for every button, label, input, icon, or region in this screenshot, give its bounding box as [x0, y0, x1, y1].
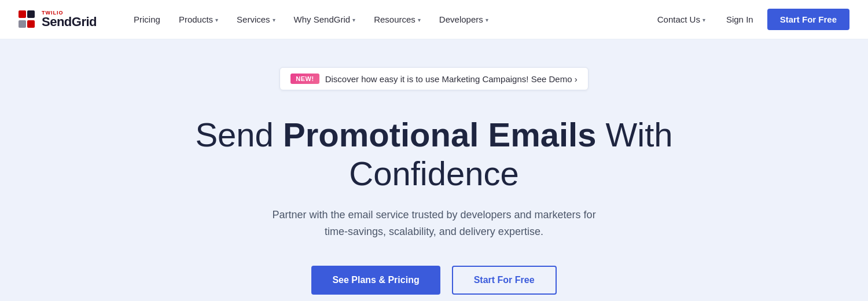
nav-pricing[interactable]: Pricing	[124, 10, 170, 29]
nav-right: Contact Us ▾ Sign In Start For Free	[650, 9, 849, 30]
nav-why[interactable]: Why SendGrid ▾	[285, 10, 365, 29]
hero-section: NEW! Discover how easy it is to use Mark…	[0, 39, 868, 301]
hero-banner[interactable]: NEW! Discover how easy it is to use Mark…	[279, 67, 588, 90]
nav-start-free-button[interactable]: Start For Free	[767, 9, 849, 30]
navbar: TWILIO SendGrid Pricing Products ▾ Servi…	[0, 0, 868, 39]
start-for-free-button[interactable]: Start For Free	[452, 266, 557, 295]
headline-bold: Promotional Emails	[283, 116, 596, 153]
developers-chevron-icon: ▾	[486, 17, 488, 23]
resources-chevron-icon: ▾	[418, 17, 421, 23]
new-badge: NEW!	[290, 74, 319, 84]
nav-signin[interactable]: Sign In	[717, 10, 763, 29]
nav-services[interactable]: Services ▾	[227, 10, 285, 29]
services-chevron-icon: ▾	[273, 17, 275, 23]
nav-contact[interactable]: Contact Us ▾	[650, 10, 712, 29]
headline-part1: Send	[195, 116, 283, 153]
nav-products[interactable]: Products ▾	[170, 10, 227, 29]
logo-text: TWILIO SendGrid	[42, 10, 97, 28]
nav-main-links: Pricing Products ▾ Services ▾ Why SendGr…	[124, 10, 650, 29]
hero-headline: Send Promotional Emails With Confidence	[185, 116, 683, 193]
logo-icon	[19, 10, 37, 29]
contact-chevron-icon: ▾	[703, 17, 705, 23]
hero-buttons: See Plans & Pricing Start For Free	[311, 266, 556, 295]
products-chevron-icon: ▾	[215, 17, 218, 23]
hero-subtext: Partner with the email service trusted b…	[272, 207, 596, 240]
see-plans-pricing-button[interactable]: See Plans & Pricing	[311, 266, 440, 295]
sendgrid-label: SendGrid	[42, 16, 97, 28]
nav-developers[interactable]: Developers ▾	[430, 10, 498, 29]
why-chevron-icon: ▾	[352, 17, 355, 23]
logo-link[interactable]: TWILIO SendGrid	[19, 10, 97, 29]
hero-banner-text: Discover how easy it is to use Marketing…	[325, 74, 578, 84]
nav-resources[interactable]: Resources ▾	[365, 10, 430, 29]
